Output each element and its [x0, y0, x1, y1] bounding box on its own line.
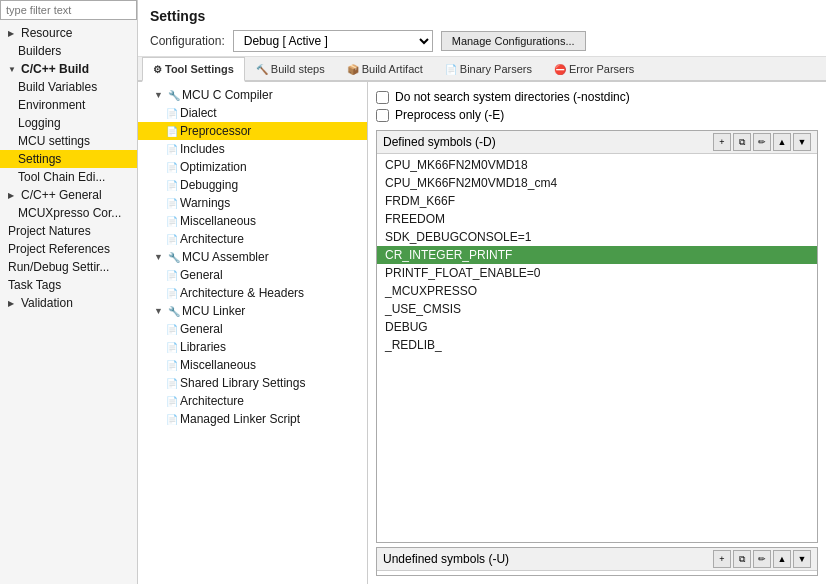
nav-task-tags[interactable]: Task Tags	[0, 276, 137, 294]
nav-run-debug[interactable]: Run/Debug Settir...	[0, 258, 137, 276]
stree-mcu-assembler[interactable]: ▼ 🔧 MCU Assembler	[138, 248, 367, 266]
stree-shared-lib[interactable]: 📄 Shared Library Settings	[138, 374, 367, 392]
stree-preprocessor[interactable]: 📄 Preprocessor	[138, 122, 367, 140]
settings-tree: ▼ 🔧 MCU C Compiler 📄 Dialect 📄 Preproces…	[138, 82, 368, 584]
stree-miscellaneous-label: Miscellaneous	[180, 214, 256, 228]
nav-logging-label: Logging	[18, 116, 61, 130]
defined-edit-button[interactable]: ✏	[753, 133, 771, 151]
nav-mcu-settings[interactable]: MCU settings	[0, 132, 137, 150]
mcu-assembler-icon: 🔧	[168, 252, 180, 263]
stree-miscellaneous[interactable]: 📄 Miscellaneous	[138, 212, 367, 230]
nav-resource-label: Resource	[21, 26, 72, 40]
config-details: Do not search system directories (-nostd…	[368, 82, 826, 584]
stree-arch-headers[interactable]: 📄 Architecture & Headers	[138, 284, 367, 302]
symbol-FRDM_K66F[interactable]: FRDM_K66F	[377, 192, 817, 210]
nav-mcuxpresso[interactable]: MCUXpresso Cor...	[0, 204, 137, 222]
defined-copy-button[interactable]: ⧉	[733, 133, 751, 151]
defined-up-button[interactable]: ▲	[773, 133, 791, 151]
tab-tool-settings[interactable]: ⚙ Tool Settings	[142, 57, 245, 82]
nav-logging[interactable]: Logging	[0, 114, 137, 132]
stree-linker-misc-label: Miscellaneous	[180, 358, 256, 372]
nostdinc-label: Do not search system directories (-nostd…	[395, 90, 630, 104]
symbol-MCUXPRESSO[interactable]: _MCUXPRESSO	[377, 282, 817, 300]
stree-architecture[interactable]: 📄 Architecture	[138, 230, 367, 248]
nav-build-variables-label: Build Variables	[18, 80, 97, 94]
tab-build-steps-label: Build steps	[271, 63, 325, 75]
nav-project-references-label: Project References	[8, 242, 110, 256]
nav-environment[interactable]: Environment	[0, 96, 137, 114]
symbol-SDK_DEBUGCONSOLE[interactable]: SDK_DEBUGCONSOLE=1	[377, 228, 817, 246]
nav-settings[interactable]: Settings	[0, 150, 137, 168]
stree-linker-misc[interactable]: 📄 Miscellaneous	[138, 356, 367, 374]
nav-validation-label: Validation	[21, 296, 73, 310]
warnings-icon: 📄	[166, 198, 178, 209]
nav-project-references[interactable]: Project References	[0, 240, 137, 258]
symbol-PRINTF_FLOAT_ENABLE[interactable]: PRINTF_FLOAT_ENABLE=0	[377, 264, 817, 282]
asm-general-icon: 📄	[166, 270, 178, 281]
page-title: Settings	[150, 8, 814, 24]
stree-warnings[interactable]: 📄 Warnings	[138, 194, 367, 212]
defined-down-button[interactable]: ▼	[793, 133, 811, 151]
stree-dialect[interactable]: 📄 Dialect	[138, 104, 367, 122]
tab-build-artifact[interactable]: 📦 Build Artifact	[336, 57, 434, 80]
undefined-symbols-list	[377, 571, 817, 575]
preprocess-only-checkbox[interactable]	[376, 109, 389, 122]
nostdinc-checkbox[interactable]	[376, 91, 389, 104]
undef-copy-button[interactable]: ⧉	[733, 550, 751, 568]
tab-build-artifact-label: Build Artifact	[362, 63, 423, 75]
undef-down-button[interactable]: ▼	[793, 550, 811, 568]
undef-up-button[interactable]: ▲	[773, 550, 791, 568]
stree-mcu-assembler-label: MCU Assembler	[182, 250, 269, 264]
stree-asm-general[interactable]: 📄 General	[138, 266, 367, 284]
symbol-USE_CMSIS[interactable]: _USE_CMSIS	[377, 300, 817, 318]
dialect-icon: 📄	[166, 108, 178, 119]
symbol-CPU_MK66FN2M0VMD18_cm4[interactable]: CPU_MK66FN2M0VMD18_cm4	[377, 174, 817, 192]
nav-cpp-build-label: C/C++ Build	[21, 62, 89, 76]
undef-add-button[interactable]: +	[713, 550, 731, 568]
config-select[interactable]: Debug [ Active ]	[233, 30, 433, 52]
nav-toolchain-editor[interactable]: Tool Chain Edi...	[0, 168, 137, 186]
stree-shared-lib-label: Shared Library Settings	[180, 376, 305, 390]
nav-project-natures[interactable]: Project Natures	[0, 222, 137, 240]
stree-optimization[interactable]: 📄 Optimization	[138, 158, 367, 176]
managed-linker-icon: 📄	[166, 414, 178, 425]
preprocess-only-label: Preprocess only (-E)	[395, 108, 504, 122]
symbol-REDLIB[interactable]: _REDLIB_	[377, 336, 817, 354]
shared-lib-icon: 📄	[166, 378, 178, 389]
stree-managed-linker[interactable]: 📄 Managed Linker Script	[138, 410, 367, 428]
tab-error-parsers[interactable]: ⛔ Error Parsers	[543, 57, 645, 80]
tab-tool-settings-label: Tool Settings	[165, 63, 234, 75]
nav-build-variables[interactable]: Build Variables	[0, 78, 137, 96]
symbol-CR_INTEGER_PRINTF[interactable]: CR_INTEGER_PRINTF	[377, 246, 817, 264]
build-steps-icon: 🔨	[256, 64, 268, 75]
debugging-icon: 📄	[166, 180, 178, 191]
defined-symbols-header: Defined symbols (-D) + ⧉ ✏ ▲ ▼	[377, 131, 817, 154]
tabs-bar: ⚙ Tool Settings 🔨 Build steps 📦 Build Ar…	[138, 57, 826, 82]
symbol-CPU_MK66FN2M0VMD18[interactable]: CPU_MK66FN2M0VMD18	[377, 156, 817, 174]
tab-build-steps[interactable]: 🔨 Build steps	[245, 57, 336, 80]
nav-mcuxpresso-label: MCUXpresso Cor...	[18, 206, 121, 220]
nav-builders[interactable]: Builders	[0, 42, 137, 60]
linker-misc-icon: 📄	[166, 360, 178, 371]
stree-includes[interactable]: 📄 Includes	[138, 140, 367, 158]
nav-cpp-general[interactable]: ▶ C/C++ General	[0, 186, 137, 204]
filter-input[interactable]	[0, 0, 137, 20]
stree-linker-general[interactable]: 📄 General	[138, 320, 367, 338]
symbol-DEBUG[interactable]: DEBUG	[377, 318, 817, 336]
manage-configurations-button[interactable]: Manage Configurations...	[441, 31, 586, 51]
nav-cpp-build[interactable]: ▼ C/C++ Build	[0, 60, 137, 78]
nav-resource[interactable]: ▶ Resource	[0, 24, 137, 42]
undef-edit-button[interactable]: ✏	[753, 550, 771, 568]
nav-validation[interactable]: ▶ Validation	[0, 294, 137, 312]
stree-linker-arch[interactable]: 📄 Architecture	[138, 392, 367, 410]
tab-binary-parsers[interactable]: 📄 Binary Parsers	[434, 57, 543, 80]
checkbox-preprocess-only: Preprocess only (-E)	[376, 108, 818, 122]
symbol-FREEDOM[interactable]: FREEDOM	[377, 210, 817, 228]
stree-libraries[interactable]: 📄 Libraries	[138, 338, 367, 356]
stree-mcu-linker[interactable]: ▼ 🔧 MCU Linker	[138, 302, 367, 320]
stree-debugging[interactable]: 📄 Debugging	[138, 176, 367, 194]
mcu-c-compiler-icon: 🔧	[168, 90, 180, 101]
nav-cpp-general-label: C/C++ General	[21, 188, 102, 202]
defined-add-button[interactable]: +	[713, 133, 731, 151]
stree-mcu-c-compiler[interactable]: ▼ 🔧 MCU C Compiler	[138, 86, 367, 104]
